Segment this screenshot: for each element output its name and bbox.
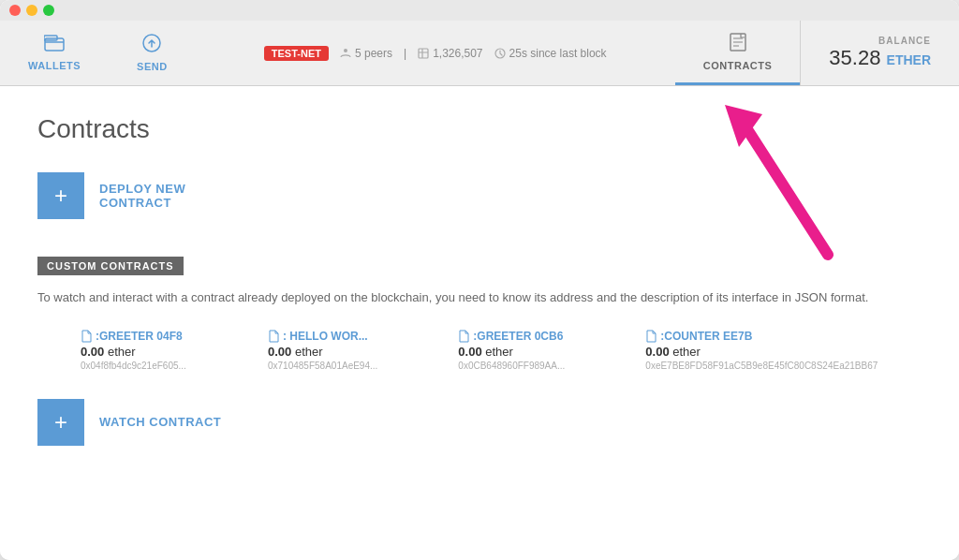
svg-point-19 [225, 330, 258, 363]
watch-contract-button[interactable]: + WATCH CONTRACT [37, 399, 236, 446]
svg-rect-23 [225, 341, 236, 352]
svg-rect-24 [236, 341, 247, 352]
watch-plus-icon: + [37, 399, 84, 446]
avatar [415, 330, 449, 363]
balance-amount: 35.28 ETHER [829, 46, 931, 70]
svg-rect-11 [49, 330, 60, 341]
contract-info: :COUNTER EE7B0.00 ether0xeE7BE8FD58F91aC… [645, 330, 878, 371]
svg-rect-40 [602, 330, 613, 341]
maximize-button[interactable] [43, 5, 54, 16]
contract-card[interactable]: : HELLO WOR...0.00 ether0x710485F58A01Ae… [225, 330, 377, 371]
svg-point-9 [37, 330, 71, 363]
avatar [602, 330, 636, 363]
nav-center-info: TEST-NET 5 peers | 1,326,507 25s since l… [196, 46, 675, 61]
svg-rect-20 [225, 330, 236, 341]
svg-rect-15 [60, 341, 71, 352]
contract-card[interactable]: :COUNTER EE7B0.00 ether0xeE7BE8FD58F91aC… [602, 330, 878, 371]
contract-balance: 0.00 ether [268, 345, 377, 359]
wallet-icon [44, 35, 65, 56]
svg-rect-42 [625, 330, 636, 341]
page-title: Contracts [37, 114, 922, 144]
contracts-label: CONTRACTS [703, 60, 773, 71]
svg-rect-31 [426, 330, 437, 341]
svg-rect-22 [247, 330, 258, 341]
svg-rect-37 [426, 352, 437, 363]
svg-rect-44 [613, 341, 625, 352]
svg-rect-18 [60, 352, 71, 363]
svg-rect-25 [247, 341, 258, 352]
svg-rect-45 [625, 341, 636, 352]
nav-wallets[interactable]: WALLETS [0, 21, 109, 85]
contract-balance: 0.00 ether [458, 345, 565, 359]
wallets-label: WALLETS [28, 60, 81, 71]
contract-address: 0x0CB648960FF989AA... [458, 361, 565, 371]
svg-rect-34 [426, 341, 437, 352]
contract-balance: 0.00 ether [645, 345, 878, 359]
deploy-contract-button[interactable]: + DEPLOY NEWCONTRACT [37, 172, 200, 219]
svg-point-39 [602, 330, 636, 363]
contract-name: :GREETER 04F8 [81, 330, 186, 343]
blocks-info: 1,326,507 [418, 47, 482, 60]
contract-balance: 0.00 ether [81, 345, 186, 359]
balance-section: BALANCE 35.28 ETHER [800, 21, 959, 85]
contract-name: : HELLO WOR... [268, 330, 377, 343]
testnet-badge: TEST-NET [264, 46, 329, 61]
svg-point-3 [344, 49, 347, 52]
svg-rect-26 [225, 352, 236, 363]
svg-rect-43 [602, 341, 613, 352]
contracts-icon [730, 33, 746, 56]
svg-rect-32 [437, 330, 449, 341]
svg-rect-17 [49, 352, 60, 363]
svg-rect-38 [437, 352, 449, 363]
svg-rect-47 [613, 352, 625, 363]
svg-rect-12 [60, 330, 71, 341]
nav-left: WALLETS SEND [0, 21, 196, 85]
contract-name: :COUNTER EE7B [645, 330, 878, 343]
peers-info: 5 peers [340, 47, 392, 60]
svg-rect-4 [419, 49, 428, 58]
svg-rect-30 [415, 330, 426, 341]
contract-name: :GREETER 0CB6 [458, 330, 565, 343]
top-navigation: WALLETS SEND TEST-NET 5 peers | [0, 21, 959, 86]
contract-card[interactable]: :GREETER 04F80.00 ether0x04f8fb4dc9c21eF… [37, 330, 187, 371]
custom-contracts-section: CUSTOM CONTRACTS To watch and interact w… [37, 257, 922, 446]
contract-address: 0x710485F58A01AeE94... [268, 361, 377, 371]
watch-button-label: WATCH CONTRACT [84, 415, 236, 429]
svg-rect-16 [37, 352, 49, 363]
avatar [37, 330, 71, 363]
svg-point-29 [415, 330, 449, 363]
balance-unit: ETHER [887, 52, 931, 67]
svg-rect-13 [37, 341, 49, 352]
nav-send[interactable]: SEND [109, 21, 196, 85]
last-block-info: 25s since last block [494, 47, 607, 60]
nav-contracts[interactable]: CONTRACTS [675, 21, 801, 85]
titlebar [0, 0, 959, 21]
custom-contracts-header: CUSTOM CONTRACTS [37, 257, 184, 275]
svg-rect-46 [602, 352, 613, 363]
svg-rect-33 [415, 341, 426, 352]
avatar [225, 330, 258, 363]
svg-rect-48 [625, 352, 636, 363]
close-button[interactable] [9, 5, 21, 16]
svg-rect-14 [49, 341, 60, 352]
svg-rect-10 [37, 330, 49, 341]
contracts-grid: :GREETER 04F80.00 ether0x04f8fb4dc9c21eF… [37, 330, 922, 371]
send-label: SEND [137, 61, 168, 72]
deploy-plus-icon: + [37, 172, 84, 219]
deploy-button-label: DEPLOY NEWCONTRACT [84, 182, 200, 210]
send-icon [142, 34, 161, 57]
custom-contracts-description: To watch and interact with a contract al… [37, 288, 922, 307]
contract-info: : HELLO WOR...0.00 ether0x710485F58A01Ae… [268, 330, 377, 371]
contract-address: 0x04f8fb4dc9c21eF605... [81, 361, 186, 371]
minimize-button[interactable] [26, 5, 37, 16]
traffic-lights [9, 5, 54, 16]
contract-info: :GREETER 04F80.00 ether0x04f8fb4dc9c21eF… [81, 330, 186, 371]
contract-address: 0xeE7BE8FD58F91aC5B9e8E45fC80C8S24Ea21BB… [645, 361, 878, 371]
main-content: Contracts + DEPLOY NEWCONTRACT CUSTOM CO… [0, 86, 959, 560]
svg-rect-21 [236, 330, 247, 341]
contract-card[interactable]: :GREETER 0CB60.00 ether0x0CB648960FF989A… [415, 330, 565, 371]
svg-rect-41 [613, 330, 625, 341]
contract-info: :GREETER 0CB60.00 ether0x0CB648960FF989A… [458, 330, 565, 371]
balance-label: BALANCE [829, 36, 931, 46]
svg-rect-35 [437, 341, 449, 352]
